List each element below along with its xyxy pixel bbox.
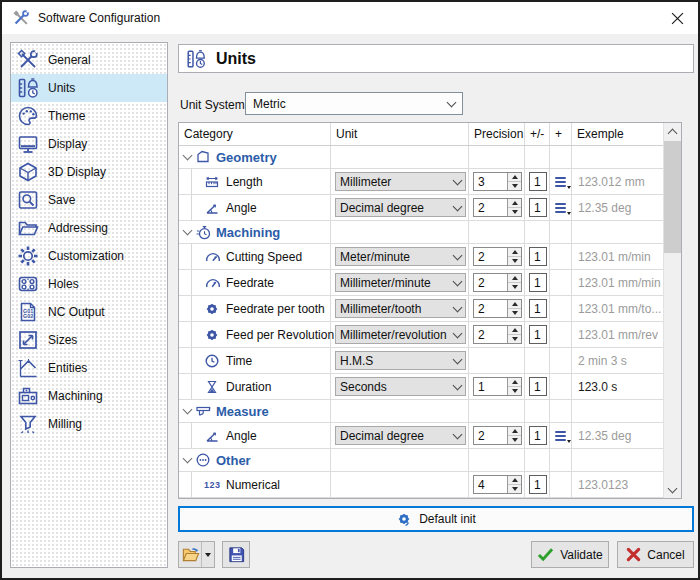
theme-palette-icon [16,104,40,128]
sidebar-item-holes[interactable]: Holes [11,270,167,298]
spin-down-button[interactable] [508,208,521,216]
sidebar-item-save[interactable]: Save [11,186,167,214]
sidebar-item-nc-output[interactable]: G01 G02 NC Output [11,298,167,326]
precision-stepper[interactable]: 4 [473,475,522,494]
open-dropdown-arrow[interactable] [201,542,214,567]
sidebar-item-sizes[interactable]: Sizes [11,326,167,354]
save-config-button[interactable] [222,541,250,568]
format-options-button[interactable] [555,203,566,213]
table-row-angle-measure[interactable]: Angle Decimal degree 2 1 12.35 deg [179,423,664,449]
precision-stepper[interactable]: 2 [473,198,522,217]
precision-stepper[interactable]: 2 [473,273,522,292]
table-row-feedrate-per-tooth[interactable]: Feedrate per tooth Millimeter/tooth 2 1 … [179,296,664,322]
spin-down-button[interactable] [508,283,521,291]
unit-select[interactable]: Decimal degree [335,426,466,445]
spin-down-button[interactable] [508,257,521,265]
spin-up-button[interactable] [508,248,521,257]
collapse-chevron-icon[interactable] [183,226,193,236]
tolerance-field[interactable]: 1 [529,247,547,266]
spin-down-button[interactable] [508,309,521,317]
scroll-down-button[interactable] [664,481,681,498]
collapse-chevron-icon[interactable] [183,151,193,161]
unit-select[interactable]: Millimeter/minute [335,273,466,292]
open-config-split-button[interactable] [178,541,215,568]
spin-down-button[interactable] [508,182,521,190]
group-row-geometry[interactable]: Geometry [179,146,664,169]
tolerance-field[interactable]: 1 [529,273,547,292]
unit-select[interactable]: Meter/minute [335,247,466,266]
close-icon[interactable] [668,10,686,26]
precision-stepper[interactable]: 2 [473,299,522,318]
sidebar-item-theme[interactable]: Theme [11,102,167,130]
table-row-length[interactable]: Length Millimeter 3 1 123.012 mm [179,169,664,195]
precision-stepper[interactable]: 3 [473,172,522,191]
spin-up-button[interactable] [508,274,521,283]
unit-select[interactable]: Decimal degree [335,198,466,217]
tolerance-field[interactable]: 1 [529,475,547,494]
spin-down-button[interactable] [508,335,521,343]
caliper-icon [195,403,211,419]
validate-button[interactable]: Validate [531,541,609,568]
clock-icon [204,353,220,369]
table-row-numerical[interactable]: 123 Numerical 4 1 123.0123 [179,472,664,498]
default-init-button[interactable]: Default init [178,506,694,532]
sidebar-item-addressing[interactable]: Addressing [11,214,167,242]
table-row-feedrate[interactable]: Feedrate Millimeter/minute 2 1 123.01 mm… [179,270,664,296]
precision-stepper[interactable]: 2 [473,247,522,266]
group-row-measure[interactable]: Measure [179,400,664,423]
group-row-machining[interactable]: Machining [179,221,664,244]
spin-up-button[interactable] [508,326,521,335]
sidebar-item-label: Display [48,137,87,151]
table-row-duration[interactable]: Duration Seconds 1 1 123.0 s [179,374,664,400]
collapse-chevron-icon[interactable] [183,454,193,464]
table-row-time[interactable]: Time H.M.S 2 min 3 s [179,348,664,374]
spin-up-button[interactable] [508,173,521,182]
unit-select[interactable]: Millimeter/tooth [335,299,466,318]
group-row-other[interactable]: Other [179,449,664,472]
stopwatch-icon [195,224,211,240]
tolerance-field[interactable]: 1 [529,377,547,396]
format-options-button[interactable] [555,431,566,441]
precision-stepper[interactable]: 1 [473,377,522,396]
sizes-arrow-icon [16,328,40,352]
vertical-scrollbar[interactable] [663,123,681,498]
format-options-button[interactable] [555,177,566,187]
unit-select[interactable]: Millimeter [335,172,466,191]
spin-up-button[interactable] [508,476,521,485]
open-folder-icon[interactable] [179,542,201,567]
sidebar-item-display[interactable]: Display [11,130,167,158]
precision-stepper[interactable]: 2 [473,325,522,344]
precision-stepper[interactable]: 2 [473,426,522,445]
unit-select[interactable]: Millimeter/revolution [335,325,466,344]
tolerance-field[interactable]: 1 [529,325,547,344]
spin-down-button[interactable] [508,387,521,395]
table-row-angle-geometry[interactable]: Angle Decimal degree 2 1 12.35 deg [179,195,664,221]
spin-up-button[interactable] [508,199,521,208]
spin-up-button[interactable] [508,427,521,436]
scrollbar-thumb[interactable] [664,141,681,253]
unit-select[interactable]: Seconds [335,377,466,396]
spin-down-button[interactable] [508,436,521,444]
sidebar-item-entities[interactable]: Entities [11,354,167,382]
tolerance-field[interactable]: 1 [529,299,547,318]
collapse-chevron-icon[interactable] [183,405,193,415]
sidebar-item-machining[interactable]: Machining [11,382,167,410]
spin-up-button[interactable] [508,378,521,387]
sidebar-item-milling[interactable]: Milling [11,410,167,438]
cancel-button[interactable]: Cancel [617,541,694,568]
unit-system-select[interactable]: Metric [245,92,463,115]
sidebar-item-customization[interactable]: Customization [11,242,167,270]
scroll-up-button[interactable] [664,123,681,140]
sidebar-item-3d-display[interactable]: 3D Display [11,158,167,186]
spin-down-button[interactable] [508,485,521,493]
sidebar-item-general[interactable]: General [11,46,167,74]
table-row-cutting-speed[interactable]: Cutting Speed Meter/minute 2 1 123.01 m/… [179,244,664,270]
tolerance-field[interactable]: 1 [529,172,547,191]
tolerance-field[interactable]: 1 [529,198,547,217]
unit-select[interactable]: H.M.S [335,351,466,370]
sidebar-item-units[interactable]: Units [11,74,167,102]
tolerance-field[interactable]: 1 [529,426,547,445]
spin-up-button[interactable] [508,300,521,309]
header-unit: Unit [331,123,469,145]
table-row-feed-per-revolution[interactable]: Feed per Revolution Millimeter/revolutio… [179,322,664,348]
